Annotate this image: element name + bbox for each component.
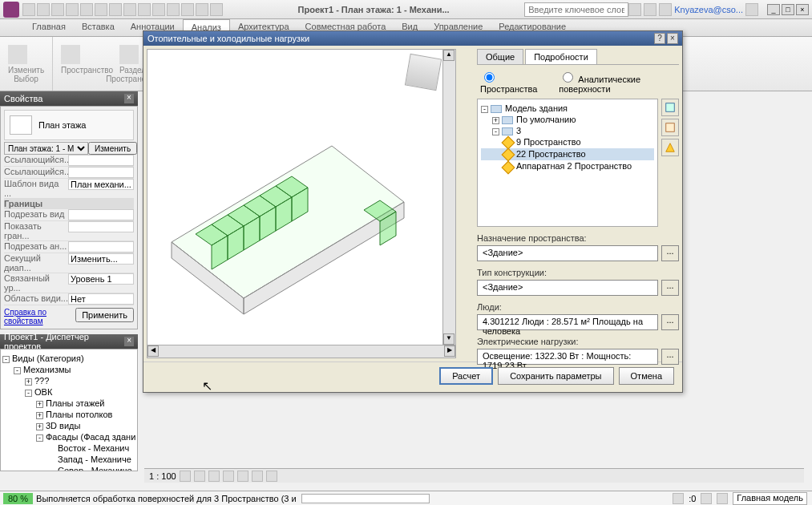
star-icon[interactable] — [659, 3, 672, 16]
vc-icon[interactable] — [237, 471, 248, 482]
calculate-button[interactable]: Расчет — [439, 367, 493, 385]
browse-button[interactable]: ... — [661, 349, 679, 365]
scrollbar-vertical[interactable]: ▲ ▼ — [442, 50, 455, 345]
qat-undo-icon[interactable] — [51, 3, 64, 16]
cancel-button[interactable]: Отмена — [619, 367, 674, 385]
field-input[interactable]: <Здание> — [477, 245, 658, 261]
scroll-up-icon[interactable]: ▲ — [443, 50, 454, 61]
browse-button[interactable]: ... — [661, 245, 679, 261]
tree-node[interactable]: -Фасады (Фасад здани — [2, 431, 135, 442]
view-cube[interactable] — [405, 54, 442, 91]
app-menu-button[interactable] — [3, 2, 19, 18]
space-tree-node[interactable]: +По умолчанию — [481, 114, 654, 125]
qat-open-icon[interactable] — [22, 3, 35, 16]
scrollbar-horizontal[interactable]: ◀ ▶ — [147, 345, 455, 358]
qat-icon[interactable] — [196, 3, 208, 16]
qat-icon[interactable] — [181, 3, 194, 16]
vc-icon[interactable] — [180, 471, 191, 482]
3d-preview[interactable]: ▲ ▼ ◀ ▶ — [147, 49, 456, 358]
radio-option[interactable]: Аналитические поверхности — [559, 70, 676, 94]
vc-icon[interactable] — [266, 471, 277, 482]
dialog-tab[interactable]: Общие — [477, 49, 523, 64]
scroll-down-icon[interactable]: ▼ — [443, 333, 454, 345]
status-icon[interactable] — [717, 493, 728, 504]
family-select[interactable]: План этажа: 1 - М — [4, 142, 88, 155]
qat-icon[interactable] — [95, 3, 107, 16]
save-parameters-button[interactable]: Сохранить параметры — [498, 367, 613, 385]
maximize-button[interactable]: □ — [782, 4, 794, 15]
vc-icon[interactable] — [208, 471, 220, 482]
property-row[interactable]: Секущий диап...Изменить... — [4, 253, 134, 273]
space-tree-node[interactable]: -3 — [481, 125, 654, 136]
browse-button[interactable]: ... — [661, 314, 679, 330]
minimize-button[interactable]: _ — [767, 4, 780, 15]
tree-node[interactable]: Запад - Механиче — [2, 454, 135, 465]
qat-redo-icon[interactable] — [66, 3, 79, 16]
key-icon[interactable] — [644, 3, 656, 16]
tree-node[interactable]: +Планы этажей — [2, 398, 135, 409]
tree-node[interactable]: Восток - Механич — [2, 442, 135, 454]
qat-icon[interactable] — [210, 3, 223, 16]
qat-save-icon[interactable] — [37, 3, 50, 16]
qat-icon[interactable] — [109, 3, 122, 16]
tree-node[interactable]: -Виды (Категория) — [2, 353, 135, 364]
tree-node[interactable]: +??? — [2, 375, 135, 386]
tree-node[interactable]: +Планы потолков — [2, 409, 135, 420]
space-tree-node[interactable]: Аппаратная 2 Пространство — [481, 160, 654, 172]
property-row[interactable]: Показать гран... — [4, 221, 134, 241]
qat-print-icon[interactable] — [80, 3, 93, 16]
property-row[interactable]: Границы — [4, 199, 134, 209]
user-name[interactable]: Knyazeva@cso... — [674, 5, 743, 14]
qat-icon[interactable] — [138, 3, 151, 16]
dialog-title-bar[interactable]: Отопительные и холодильные нагрузки ? × — [143, 31, 682, 46]
apply-button[interactable]: Применить — [75, 308, 134, 322]
type-selector[interactable]: План этажа — [4, 110, 134, 140]
edit-type-button[interactable]: Изменить тип — [88, 142, 137, 155]
qat-icon[interactable] — [123, 3, 136, 16]
property-row[interactable]: Ссылающийся... — [4, 155, 134, 167]
tree-node[interactable]: -ОВК — [2, 386, 135, 398]
property-row[interactable]: Подрезать вид — [4, 209, 134, 221]
search-input[interactable] — [524, 2, 628, 17]
vc-icon[interactable] — [223, 471, 234, 482]
property-row[interactable]: Подрезать ан... — [4, 241, 134, 253]
ribbon-button[interactable]: Изменить — [8, 45, 44, 75]
tree-node[interactable]: -Механизмы — [2, 364, 135, 375]
field-input[interactable]: 4.301212 Люди : 28.571 м² Площадь на чел… — [477, 314, 658, 330]
dialog-tab[interactable]: Подробности — [525, 49, 597, 64]
space-tree-node[interactable]: -Модель здания — [481, 103, 654, 114]
properties-help-link[interactable]: Справка по свойствам — [4, 308, 75, 325]
close-button[interactable]: × — [796, 4, 809, 15]
space-tree-node[interactable]: 22 Пространство — [481, 148, 654, 160]
project-browser[interactable]: -Виды (Категория)-Механизмы+???-ОВК+План… — [0, 349, 138, 471]
qat-icon[interactable] — [167, 3, 180, 16]
comm-icon[interactable] — [628, 3, 641, 16]
tree-node[interactable]: +3D виды — [2, 420, 135, 431]
ribbon-tab[interactable]: Главная — [24, 19, 74, 36]
field-input[interactable]: <Здание> — [477, 280, 658, 296]
space-tree-node[interactable]: 9 Пространство — [481, 136, 654, 148]
ribbon-button[interactable]: Пространство — [61, 45, 113, 75]
scroll-left-icon[interactable]: ◀ — [147, 345, 159, 357]
property-row[interactable]: Связанный ур...Уровень 1 — [4, 273, 134, 293]
property-row[interactable]: Шаблон вида ...План механи... — [4, 179, 134, 199]
report-button[interactable] — [661, 99, 679, 116]
warnings-button[interactable] — [661, 139, 679, 156]
browse-button[interactable]: ... — [661, 280, 679, 296]
tree-node[interactable]: Север - Механиче — [2, 465, 135, 471]
scroll-right-icon[interactable]: ▶ — [444, 345, 455, 357]
vc-icon[interactable] — [252, 471, 263, 482]
status-icon[interactable] — [701, 493, 712, 504]
radio-option[interactable]: Пространства — [480, 70, 546, 94]
close-icon[interactable]: × — [124, 94, 134, 103]
qat-icon[interactable] — [152, 3, 165, 16]
scale-label[interactable]: 1 : 100 — [149, 471, 176, 481]
dialog-close-button[interactable]: × — [667, 33, 678, 44]
property-row[interactable]: Ссылающийся... — [4, 167, 134, 179]
close-icon[interactable]: × — [124, 337, 134, 346]
help-icon[interactable] — [745, 3, 758, 16]
vc-icon[interactable] — [194, 471, 205, 482]
workset-select[interactable]: Главная модель — [733, 492, 807, 505]
property-row[interactable]: Область види...Нет — [4, 293, 134, 305]
status-icon[interactable] — [673, 493, 684, 504]
